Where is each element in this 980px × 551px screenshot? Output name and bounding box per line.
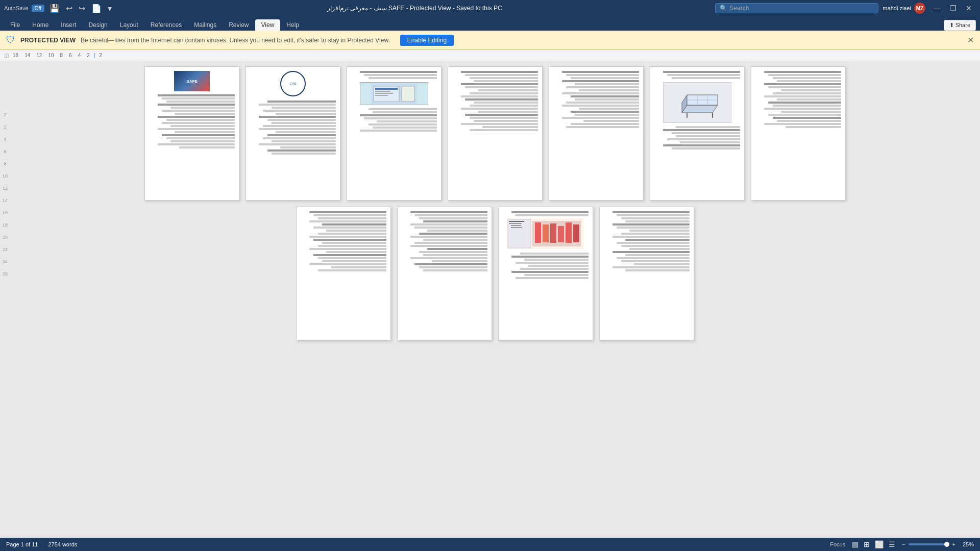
- page1-header-image: SAFE: [174, 71, 210, 91]
- tab-review[interactable]: Review: [223, 19, 255, 31]
- view-icons: ▤ ⊞ ⬜ ☰: [850, 540, 897, 549]
- share-area: ⬆ Share: [944, 20, 976, 31]
- ruler: ◫ 18 14 12 10 8 6 4 2 | 2: [0, 50, 980, 61]
- svg-rect-18: [509, 221, 524, 222]
- dropdown-icon[interactable]: ▾: [106, 3, 114, 14]
- pages-row-1: SAFE: [20, 66, 970, 201]
- status-right: Focus ▤ ⊞ ⬜ ☰ − + 25%: [830, 540, 974, 549]
- user-name: mahdi ziaei: [883, 5, 911, 11]
- document-title: سیف - معرفی نرم‌افزار SAFE - Protected V…: [327, 5, 502, 12]
- tab-view[interactable]: View: [255, 19, 281, 31]
- page3-screenshot: [360, 82, 428, 105]
- page-thumbnail-2[interactable]: CSI: [246, 66, 340, 201]
- ruler-marker: |: [94, 53, 95, 58]
- svg-rect-6: [402, 86, 414, 102]
- tab-layout[interactable]: Layout: [114, 19, 144, 31]
- status-bar: Page 1 of 11 2754 words Focus ▤ ⊞ ⬜ ☰ − …: [0, 538, 980, 551]
- zoom-level: 25%: [959, 541, 974, 547]
- ruler-num-6: 6: [67, 53, 74, 58]
- svg-rect-27: [566, 222, 572, 243]
- main-content[interactable]: SAFE: [10, 61, 980, 538]
- zoom-bar: − + 25%: [902, 541, 974, 547]
- search-input[interactable]: [729, 5, 862, 12]
- zoom-slider[interactable]: [909, 543, 949, 545]
- page-thumbnail-9[interactable]: [397, 207, 492, 341]
- title-bar-icons: 💾 ↩ ↪ 📄 ▾: [47, 3, 114, 14]
- ruler-num-12: 12: [34, 53, 44, 58]
- print-layout-icon[interactable]: ▤: [850, 540, 860, 549]
- window-controls: — ❐ ✕: [929, 3, 976, 13]
- word-count: 2754 words: [48, 541, 77, 547]
- new-doc-icon[interactable]: 📄: [89, 3, 104, 14]
- svg-rect-3: [375, 91, 390, 92]
- autosave-toggle[interactable]: Off: [32, 5, 44, 12]
- tab-references[interactable]: References: [144, 19, 188, 31]
- protected-icon: 🛡: [6, 35, 15, 45]
- reading-mode-icon[interactable]: ⊞: [862, 540, 871, 549]
- svg-rect-26: [558, 226, 564, 242]
- share-icon: ⬆: [949, 22, 955, 28]
- minimize-button[interactable]: —: [929, 3, 945, 13]
- svg-rect-4: [375, 93, 393, 94]
- protected-title: PROTECTED VIEW: [20, 37, 76, 44]
- ruler-num-10: 10: [46, 53, 56, 58]
- ruler-num-14: 14: [22, 53, 32, 58]
- title-bar-left: AutoSave Off 💾 ↩ ↪ 📄 ▾: [4, 3, 114, 14]
- user-info: mahdi ziaei MZ: [883, 3, 925, 14]
- focus-label[interactable]: Focus: [830, 541, 845, 547]
- svg-rect-5: [375, 95, 388, 96]
- ruler-num-18: 18: [11, 53, 20, 58]
- ruler-num-2a: 2: [85, 53, 92, 58]
- close-button[interactable]: ✕: [962, 3, 976, 13]
- page-thumbnail-8[interactable]: [296, 207, 391, 341]
- svg-rect-20: [511, 225, 521, 226]
- search-icon: 🔍: [720, 5, 727, 12]
- status-left: Page 1 of 11 2754 words: [6, 541, 77, 547]
- maximize-button[interactable]: ❐: [946, 3, 961, 13]
- autosave-label: AutoSave: [4, 5, 29, 11]
- page-thumbnail-10[interactable]: [498, 207, 593, 341]
- ruler-num-2b: 2: [97, 53, 104, 58]
- zoom-out-icon[interactable]: −: [902, 541, 905, 547]
- search-box[interactable]: 🔍: [715, 3, 878, 13]
- tab-home[interactable]: Home: [26, 19, 55, 31]
- tab-file[interactable]: File: [4, 19, 26, 31]
- ruler-num-4: 4: [76, 53, 83, 58]
- undo-icon[interactable]: ↩: [64, 3, 75, 14]
- svg-rect-19: [509, 223, 522, 224]
- pages-row-2: [20, 207, 970, 341]
- title-bar-center: سیف - معرفی نرم‌افزار SAFE - Protected V…: [114, 5, 716, 12]
- page-thumbnail-7[interactable]: [751, 66, 846, 201]
- share-button[interactable]: ⬆ Share: [944, 20, 976, 31]
- tab-mailings[interactable]: Mailings: [188, 19, 223, 31]
- redo-icon[interactable]: ↪: [77, 3, 87, 14]
- zoom-handle[interactable]: [944, 542, 949, 547]
- enable-editing-button[interactable]: Enable Editing: [400, 35, 454, 46]
- page-thumbnail-6[interactable]: [650, 66, 745, 201]
- protected-close-icon[interactable]: ✕: [967, 35, 974, 45]
- ruler-num-8: 8: [58, 53, 65, 58]
- user-avatar[interactable]: MZ: [914, 3, 925, 14]
- svg-rect-2: [375, 88, 398, 90]
- page-thumbnail-4[interactable]: [448, 66, 543, 201]
- tab-insert[interactable]: Insert: [55, 19, 82, 31]
- page-thumbnail-5[interactable]: [549, 66, 644, 201]
- tab-design[interactable]: Design: [82, 19, 113, 31]
- svg-rect-24: [543, 224, 549, 242]
- svg-rect-25: [550, 223, 556, 243]
- page2-logo: CSI: [280, 71, 306, 96]
- document-area: 2 2 4 6 8 10 12 14 16 18 20 22 24 26 SAF…: [0, 61, 980, 538]
- outline-icon[interactable]: ☰: [887, 540, 897, 549]
- ruler-icon: ◫: [4, 53, 9, 58]
- page-thumbnail-1[interactable]: SAFE: [144, 66, 239, 201]
- save-icon[interactable]: 💾: [47, 3, 62, 14]
- title-bar-right: 🔍 mahdi ziaei MZ — ❐ ✕: [715, 3, 976, 14]
- page-thumbnail-11[interactable]: [599, 207, 694, 341]
- svg-rect-23: [535, 222, 541, 243]
- web-layout-icon[interactable]: ⬜: [873, 540, 885, 549]
- tab-help[interactable]: Help: [280, 19, 305, 31]
- page-thumbnail-3[interactable]: [347, 66, 442, 201]
- svg-rect-21: [511, 227, 522, 228]
- svg-marker-8: [682, 105, 718, 113]
- zoom-in-icon[interactable]: +: [952, 541, 955, 547]
